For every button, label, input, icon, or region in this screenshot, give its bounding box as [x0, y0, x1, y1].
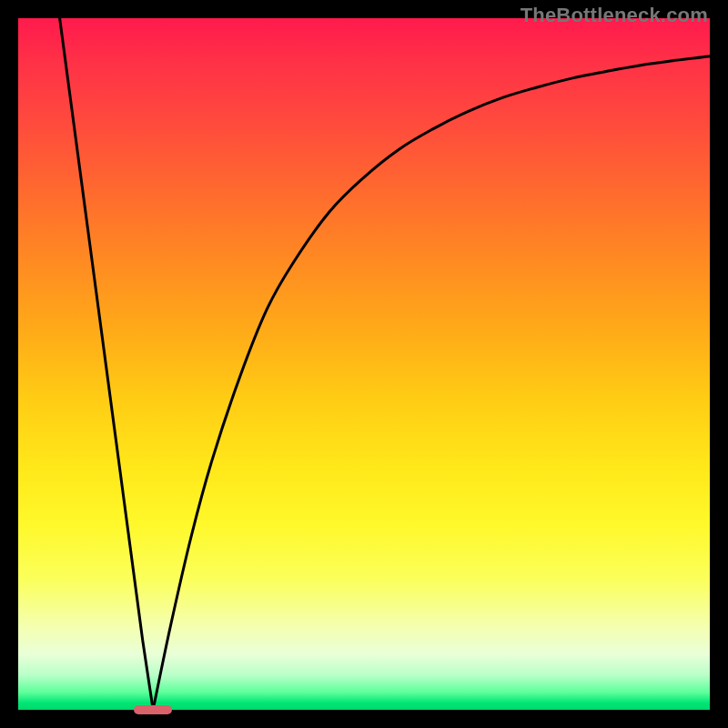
- plot-area: [18, 18, 710, 710]
- optimal-marker: [134, 705, 172, 715]
- curve-layer: [18, 18, 710, 710]
- chart-frame: TheBottleneck.com: [0, 0, 728, 728]
- curve-left-limb: [60, 18, 154, 710]
- curve-right-limb: [153, 56, 710, 710]
